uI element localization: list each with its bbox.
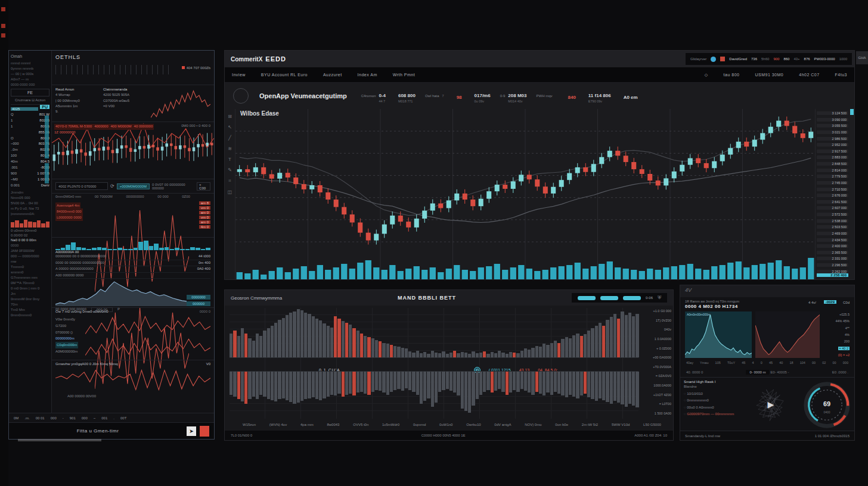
nav-row[interactable]: 0ynmn nmnnb <box>11 66 49 71</box>
nav-row[interactable]: A0m7 — m <box>11 77 49 82</box>
range-pill-button[interactable] <box>578 296 596 300</box>
chart-scrollbar[interactable] <box>850 109 854 279</box>
cursor-tool-icon[interactable]: ↖ <box>228 124 232 130</box>
scrollbar-thumb[interactable] <box>850 109 854 115</box>
book-row[interactable]: 9001 007.B <box>11 171 49 177</box>
toolbar-item[interactable]: Index Am <box>358 73 377 77</box>
nav-row[interactable]: Jm <box>11 291 49 297</box>
nav-row[interactable]: 70m <box>11 302 49 307</box>
delta-plot[interactable]: 0.1 CU'A ⟲ ( 0311 121543 1304 .84 5 0; <box>230 308 638 419</box>
range-pill-button[interactable] <box>623 296 641 300</box>
nav-row[interactable]: JAM 0F0000W <box>11 248 49 254</box>
alert-icon[interactable] <box>720 57 725 61</box>
nav-row[interactable]: 0mmmM 0mr 0my <box>11 297 49 302</box>
depth-action-button[interactable]: 0000000 <box>187 295 210 300</box>
nav-row[interactable]: Jmmdm <box>11 190 49 195</box>
fe-subtitle[interactable]: Cruzmara ⊡ Aczon <box>11 98 49 102</box>
mini-chart-label[interactable]: 40 0000000 <box>133 124 154 130</box>
mini-chart-label[interactable]: 4000000 <box>93 124 109 130</box>
toolbar-item[interactable]: tau 800 <box>724 73 740 77</box>
toolbar-item[interactable]: F4tu3 <box>835 73 847 77</box>
text-tool-icon[interactable]: T <box>228 157 231 162</box>
symbol-name[interactable]: OpenApp Veumeacetgutimp <box>259 92 347 99</box>
nav-row[interactable]: Tm0 Mm <box>11 307 49 313</box>
nav-row[interactable]: 0M™A 70mm0 <box>11 281 49 286</box>
nav-row[interactable]: 0000 <box>11 243 49 248</box>
book-row[interactable]: ~000803.76 <box>11 141 49 147</box>
nav-row[interactable]: — 00 | w 000s <box>11 71 49 77</box>
book-row[interactable]: 180205 <box>11 118 49 124</box>
nav-row[interactable]: 0mm0mmm0 <box>11 313 49 318</box>
insight-badge-secondary[interactable]: C0d <box>843 301 850 304</box>
depth-row[interactable]: 00000000 00 0 000000000000044 t000 <box>55 254 210 260</box>
depth-row[interactable]: A 00000 0000000000000A0 400 <box>55 266 210 273</box>
toolbar-item[interactable]: 4h02 C07 <box>799 73 819 77</box>
dual-label[interactable]: C0q0m000m <box>55 342 78 348</box>
nav-row[interactable]: mw <box>11 259 49 264</box>
measure-tool-icon[interactable]: ⌗ <box>228 178 231 184</box>
layout-tool-icon[interactable]: ◫ <box>228 189 232 195</box>
nav-row[interactable]: smmm0 <box>11 270 49 275</box>
signal-label[interactable]: L0000000 0000 <box>55 214 83 220</box>
add-badge[interactable]: + C00 <box>197 182 210 191</box>
trendline-tool-icon[interactable]: ╱ <box>228 135 231 141</box>
signal-label[interactable]: Avemvqa4 4m <box>55 202 80 208</box>
book-row[interactable]: 855.06 <box>11 130 49 136</box>
toolbar-item[interactable]: Auzzuret <box>323 73 342 77</box>
risk-item[interactable]: 0mmmmmm0 <box>684 397 739 404</box>
dual-label[interactable]: V0w 0mm0y <box>55 316 78 323</box>
insight-mid-chip[interactable]: 0- 0000 m <box>746 370 769 375</box>
nav-row[interactable]: 000 — 0000/0000 <box>11 254 49 259</box>
corner-tab[interactable]: GHA <box>856 51 868 64</box>
book-row[interactable]: 40m804.5 <box>11 159 49 165</box>
candlestick-plot[interactable]: Wilbos Edase <box>235 109 815 279</box>
depth-row[interactable]: A00 000000 0000 <box>55 273 210 279</box>
red-mini-chart[interactable] <box>755 311 820 358</box>
toolbar-item[interactable]: Wrth Pmnt <box>393 73 415 77</box>
book-row[interactable]: ..0m802 B <box>11 147 49 153</box>
book-row[interactable]: 100801.4 <box>11 153 49 159</box>
mini-tick-toolbar[interactable] <box>55 65 171 74</box>
mini-chart-label[interactable]: 40Y0-0 70M0L M-5300 <box>54 124 93 130</box>
book-highlight-row[interactable]: 4025 <box>11 107 38 111</box>
nav-row[interactable]: 0000-0000 000 <box>11 82 49 88</box>
toolbar-item[interactable]: Inview <box>232 73 246 77</box>
dual-label[interactable]: A0M000000m <box>55 348 78 355</box>
signal-label[interactable]: 84000mm0 000 <box>55 208 83 214</box>
risk-item[interactable]: 00u0 0 A0mmm0 <box>684 404 739 411</box>
nav-row[interactable]: 0 m0 0mm | mm 0 <box>11 286 49 291</box>
draw-tool-icon[interactable]: ✎ <box>228 167 232 173</box>
cursor-icon[interactable]: ➤ <box>187 426 196 436</box>
nav-row[interactable]: G7mmmmm mm <box>11 275 49 281</box>
book-row[interactable]: .001-8030 <box>11 165 49 171</box>
risk-item[interactable]: 10/10/010 <box>684 391 739 397</box>
book-row[interactable]: Q801 W <box>11 112 49 118</box>
toolbar-item[interactable]: USM91 30M0 <box>755 73 783 77</box>
depth-action-button[interactable]: 000000 <box>187 301 210 306</box>
account-icon[interactable] <box>711 57 716 62</box>
fib-tool-icon[interactable]: ≋ <box>228 146 232 151</box>
nav-row[interactable]: Tmmm0 <box>11 264 49 270</box>
mini-chart-label[interactable]: 1Z 00000000 <box>54 130 154 136</box>
shield-icon[interactable]: ⛨ <box>658 295 661 301</box>
book-row[interactable]: O800.0 <box>11 136 49 142</box>
toolbar-item[interactable]: ◇ <box>705 73 708 77</box>
nav-row[interactable]: |mmmmmm0A: <box>11 211 49 217</box>
nav-row[interactable]: 5N00 0A .. 0H 00 <box>11 201 49 206</box>
nav-row[interactable]: mnnd mnnnl <box>11 61 49 66</box>
play-icon[interactable]: ▶ <box>768 400 774 409</box>
dual-label[interactable]: 00000000m <box>55 335 78 342</box>
stop-button[interactable] <box>200 426 209 437</box>
depth-row[interactable]: 0000 00 000000 000000000000m 400 <box>55 260 210 267</box>
symbol-search-input[interactable] <box>55 182 108 190</box>
book-row[interactable]: 1805.6 <box>11 124 49 130</box>
insight-badge[interactable]: -0029 <box>824 300 836 304</box>
dual-label[interactable]: 0700000 () <box>55 329 78 336</box>
book-badge[interactable]: PU <box>40 105 49 109</box>
nav-row[interactable]: Nmm05 000 <box>11 195 49 201</box>
mini-chart-label[interactable]: 400 M0000M <box>110 124 133 130</box>
book-row[interactable]: ~M01 003.5 <box>11 177 49 183</box>
add-filter-button[interactable]: +000M0M0000M <box>117 183 150 189</box>
grid-tool-icon[interactable]: ⊞ <box>228 114 232 119</box>
dual-label[interactable]: G7200 <box>55 323 78 329</box>
